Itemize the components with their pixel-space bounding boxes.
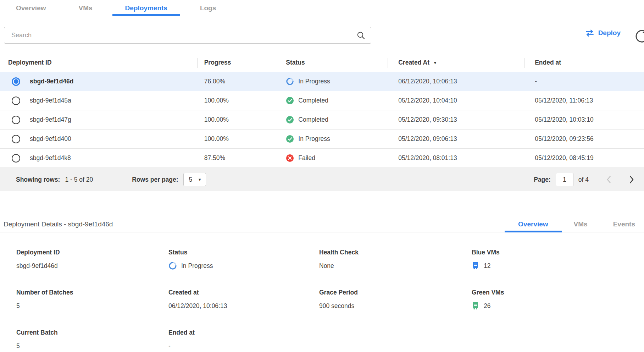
- page-total-label: of 4: [578, 176, 589, 183]
- field-value: 5: [16, 342, 20, 350]
- field-value: 26: [484, 302, 490, 310]
- dropdown-caret-icon: ▼: [198, 177, 202, 182]
- field-blue-vms: Blue VMs 12: [472, 249, 644, 270]
- field-label: Ended at: [168, 329, 319, 336]
- ended-at-value: 05/12/2020, 11:06:13: [524, 97, 644, 104]
- page-number-input[interactable]: [556, 173, 573, 186]
- status-text: Completed: [298, 116, 328, 123]
- failed-x-icon: [286, 154, 294, 162]
- tab-vms[interactable]: VMs: [79, 0, 93, 16]
- green-vm-icon: [472, 302, 479, 310]
- field-status: Status In Progress: [168, 249, 319, 270]
- created-at-value: 05/12/2020, 09:30:13: [388, 116, 524, 123]
- sort-desc-icon: ▼: [433, 60, 437, 65]
- completed-check-icon: [286, 135, 294, 143]
- column-header-ended-at[interactable]: Ended at: [524, 53, 644, 72]
- progress-value: 100.00%: [197, 97, 279, 104]
- deploy-label: Deploy: [598, 29, 621, 37]
- rows-per-page-label: Rows per page:: [132, 176, 178, 183]
- column-header-progress[interactable]: Progress: [197, 53, 279, 72]
- field-label: Blue VMs: [472, 249, 644, 256]
- next-page-icon[interactable]: [628, 175, 635, 184]
- ended-at-value: -: [524, 78, 644, 85]
- search-input[interactable]: [4, 27, 371, 44]
- field-green-vms: Green VMs 26: [472, 289, 644, 310]
- field-label: Created at: [168, 289, 319, 296]
- rows-per-page-select[interactable]: 5 ▼: [183, 173, 206, 186]
- field-value: 5: [16, 302, 20, 310]
- details-tab-events[interactable]: Events: [613, 216, 635, 232]
- table-footer: Showing rows: 1 - 5 of 20 Rows per page:…: [0, 168, 644, 191]
- column-header-status[interactable]: Status: [279, 53, 388, 72]
- field-value: -: [168, 342, 171, 350]
- field-grace-period: Grace Period 900 seconds: [319, 289, 472, 310]
- deployment-id: sbgd-9ef1d4k8: [30, 154, 71, 162]
- field-label: Number of Batches: [16, 289, 168, 296]
- table-header-row: Deployment ID Progress Status Created At…: [0, 53, 644, 72]
- details-tab-overview[interactable]: Overview: [518, 216, 548, 232]
- column-header-created-at[interactable]: Created At ▼: [388, 53, 524, 72]
- deploy-button[interactable]: Deploy: [585, 29, 621, 37]
- row-radio-selected[interactable]: [12, 77, 20, 86]
- column-header-deployment-id[interactable]: Deployment ID: [0, 53, 197, 72]
- refresh-icon[interactable]: [634, 28, 644, 44]
- row-radio[interactable]: [12, 97, 20, 105]
- field-deployment-id: Deployment ID sbgd-9ef1d46d: [16, 249, 168, 270]
- row-radio[interactable]: [12, 154, 20, 163]
- field-value: sbgd-9ef1d46d: [16, 262, 58, 270]
- toolbar: Deploy: [0, 16, 644, 53]
- table-row[interactable]: sbgd-9ef1d47g 100.00% Completed 05/12/20…: [0, 110, 644, 130]
- deployments-table: Deployment ID Progress Status Created At…: [0, 53, 644, 191]
- ended-at-value: 05/12/2020, 08:45:19: [524, 154, 644, 162]
- created-at-value: 05/12/2020, 08:01:13: [388, 154, 524, 162]
- created-at-label: Created At: [398, 59, 429, 66]
- field-label: Status: [168, 249, 319, 256]
- details-tab-vms[interactable]: VMs: [574, 216, 588, 232]
- progress-value: 100.00%: [197, 116, 279, 123]
- in-progress-spinner-icon: [286, 77, 294, 86]
- tab-logs[interactable]: Logs: [200, 0, 216, 16]
- deployment-id: sbgd-9ef1d46d: [30, 78, 74, 85]
- deployment-id: sbgd-9ef1d47g: [30, 116, 71, 123]
- search-icon: [356, 31, 366, 40]
- field-label: Green VMs: [472, 289, 644, 296]
- field-ended-at: Ended at -: [168, 329, 319, 350]
- field-label: Grace Period: [319, 289, 472, 296]
- field-current-batch: Current Batch 5: [16, 329, 168, 350]
- table-row[interactable]: sbgd-9ef1d46d 76.00% In Progress 06/12/2…: [0, 72, 644, 91]
- ended-at-value: 05/12/2020, 09:23:56: [524, 135, 644, 143]
- row-radio[interactable]: [12, 135, 20, 143]
- status-text: In Progress: [298, 135, 330, 143]
- completed-check-icon: [286, 116, 294, 124]
- created-at-value: 05/12/2020, 10:04:10: [388, 97, 524, 104]
- field-number-of-batches: Number of Batches 5: [16, 289, 168, 310]
- deployment-id: sbgd-9ef1d400: [30, 135, 71, 143]
- field-value: None: [319, 262, 334, 270]
- details-grid: Deployment ID sbgd-9ef1d46d Status In Pr…: [0, 249, 644, 350]
- progress-value: 100.00%: [197, 135, 279, 143]
- field-value: In Progress: [181, 262, 213, 270]
- blue-vm-icon: [472, 262, 479, 270]
- showing-rows-value: 1 - 5 of 20: [65, 176, 93, 183]
- tab-deployments[interactable]: Deployments: [125, 0, 167, 16]
- progress-value: 87.50%: [197, 154, 279, 162]
- table-row[interactable]: sbgd-9ef1d45a 100.00% Completed 05/12/20…: [0, 91, 644, 110]
- tab-overview[interactable]: Overview: [16, 0, 46, 16]
- progress-value: 76.00%: [197, 78, 279, 85]
- status-text: Completed: [298, 97, 328, 104]
- page-label: Page:: [534, 176, 551, 183]
- rows-per-page-value: 5: [189, 176, 193, 183]
- created-at-value: 05/12/2020, 09:06:13: [388, 135, 524, 143]
- swap-arrows-icon: [585, 29, 594, 37]
- row-radio[interactable]: [12, 116, 20, 124]
- status-text: Failed: [298, 154, 315, 162]
- ended-at-value: 05/12/2020, 10:03:10: [524, 116, 644, 123]
- deployment-id: sbgd-9ef1d45a: [30, 97, 71, 104]
- field-health-check: Health Check None: [319, 249, 472, 270]
- field-created-at: Created at 06/12/2020, 10:06:13: [168, 289, 319, 310]
- table-row[interactable]: sbgd-9ef1d400 100.00% In Progress 05/12/…: [0, 130, 644, 149]
- table-row[interactable]: sbgd-9ef1d4k8 87.50% Failed 05/12/2020, …: [0, 149, 644, 168]
- previous-page-icon[interactable]: [605, 175, 613, 184]
- top-tab-bar: Overview VMs Deployments Logs: [0, 0, 644, 16]
- status-text: In Progress: [298, 78, 330, 85]
